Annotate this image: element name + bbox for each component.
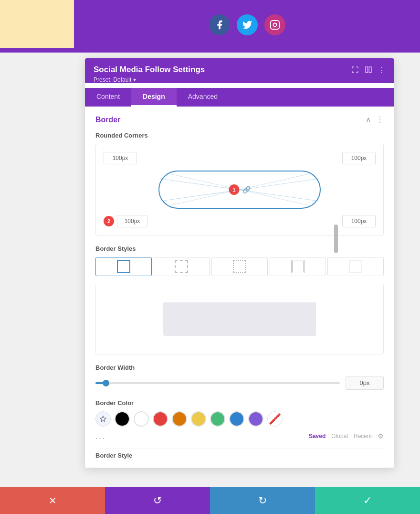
preset-label[interactable]: Preset: Default [94, 76, 131, 83]
corner-lines-svg [159, 171, 320, 208]
border-width-slider-row [95, 376, 384, 390]
border-style-dashed[interactable] [154, 257, 210, 276]
double-preview [291, 260, 304, 273]
color-yellow[interactable] [191, 411, 206, 427]
corner-top-left-input[interactable] [104, 152, 137, 164]
panel-icons: ⋮ [351, 65, 386, 75]
border-style-bottom-label: Border Style [95, 449, 384, 459]
bottom-toolbar: ✕ ↺ ↻ ✓ [0, 487, 420, 514]
svg-rect-0 [270, 21, 279, 29]
corner-widget: 1 🔗 2 [95, 144, 384, 236]
section-controls: ∧ ⋮ [366, 115, 384, 124]
border-width-thumb[interactable] [103, 380, 109, 386]
settings-panel: Social Media Follow Settings ⋮ Preset: D… [85, 58, 394, 468]
border-section-header: Border ∧ ⋮ [95, 115, 384, 124]
corner-bottom-left-input[interactable] [117, 215, 147, 227]
border-styles-label: Border Styles [95, 245, 384, 252]
corner-preview: 1 🔗 [146, 168, 334, 211]
color-tabs-row: Saved Global Recent ⚙ [309, 432, 384, 440]
panel-body: Border ∧ ⋮ Rounded Corners [85, 107, 394, 468]
fullscreen-icon[interactable] [351, 66, 359, 74]
color-tab-saved[interactable]: Saved [309, 433, 326, 439]
color-white[interactable] [134, 411, 149, 427]
panel-title-row: Social Media Follow Settings ⋮ [94, 65, 386, 75]
tab-advanced[interactable]: Advanced [177, 88, 229, 107]
border-style-dotted[interactable] [211, 257, 268, 276]
cancel-button[interactable]: ✕ [0, 487, 105, 514]
none-preview [349, 260, 362, 273]
svg-rect-2 [366, 67, 368, 73]
link-icon[interactable]: 🔗 [242, 186, 251, 193]
color-tab-recent[interactable]: Recent [354, 433, 372, 439]
color-blue[interactable] [229, 411, 244, 427]
border-style-double[interactable] [270, 257, 326, 276]
corner-top-right-input[interactable] [342, 152, 376, 164]
redo-button[interactable]: ↻ [210, 487, 315, 514]
border-width-track [95, 382, 340, 384]
more-options-icon[interactable]: ⋮ [378, 65, 386, 75]
tabs-bar: Content Design Advanced [85, 88, 394, 107]
corner-grid: 1 🔗 2 [104, 152, 376, 227]
panel-title: Social Media Follow Settings [94, 65, 205, 75]
preset-row: Preset: Default ▾ [94, 76, 386, 83]
corner-bottom-left: 2 [104, 215, 142, 227]
scrollbar-track[interactable] [334, 220, 338, 315]
svg-rect-3 [369, 67, 371, 73]
cancel-icon: ✕ [49, 495, 57, 506]
twitter-icon[interactable] [237, 14, 258, 35]
badge-1: 1 [229, 184, 240, 195]
save-icon: ✓ [363, 494, 372, 507]
preset-arrow[interactable]: ▾ [133, 76, 136, 83]
border-color-label: Border Color [95, 399, 384, 407]
border-width-value[interactable] [346, 376, 384, 390]
more-colors-dots[interactable]: ··· [95, 433, 105, 443]
dotted-preview [233, 260, 246, 273]
facebook-icon[interactable] [209, 14, 230, 35]
yellow-block [0, 0, 74, 48]
solid-preview [117, 260, 130, 273]
color-red[interactable] [153, 411, 168, 427]
border-preview-inner [163, 302, 316, 336]
rounded-shape: 1 🔗 [158, 171, 321, 209]
scrollbar-thumb[interactable] [334, 225, 338, 253]
border-style-solid[interactable] [95, 257, 152, 276]
columns-icon[interactable] [365, 66, 372, 74]
color-tab-global[interactable]: Global [331, 433, 348, 439]
undo-button[interactable]: ↺ [105, 487, 210, 514]
color-green[interactable] [210, 411, 225, 427]
eyedropper-swatch[interactable] [95, 411, 111, 427]
tab-content[interactable]: Content [85, 88, 131, 107]
color-gear-icon[interactable]: ⚙ [378, 432, 384, 440]
panel-header: Social Media Follow Settings ⋮ Preset: D… [85, 58, 394, 83]
save-button[interactable]: ✓ [315, 487, 420, 514]
redo-icon: ↻ [258, 494, 267, 507]
border-width-label: Border Width [95, 364, 384, 371]
social-icons-bar [74, 10, 420, 40]
color-swatches-row [95, 411, 384, 427]
color-strikethrough[interactable] [267, 411, 283, 427]
color-black[interactable] [115, 411, 130, 427]
center-badges: 1 🔗 [229, 184, 251, 195]
tab-design[interactable]: Design [131, 88, 177, 107]
border-preview-area [95, 284, 384, 354]
instagram-icon[interactable] [264, 14, 285, 35]
border-section-title: Border [95, 116, 120, 124]
dashed-preview [175, 260, 188, 273]
color-purple[interactable] [248, 411, 263, 427]
rounded-corners-label: Rounded Corners [95, 132, 384, 139]
section-more-icon[interactable]: ⋮ [376, 115, 384, 124]
corner-bottom-right-input[interactable] [342, 215, 376, 227]
badge-2: 2 [104, 216, 114, 226]
collapse-icon[interactable]: ∧ [366, 115, 371, 124]
undo-icon: ↺ [153, 494, 162, 507]
border-styles-grid [95, 257, 384, 276]
color-orange[interactable] [172, 411, 187, 427]
